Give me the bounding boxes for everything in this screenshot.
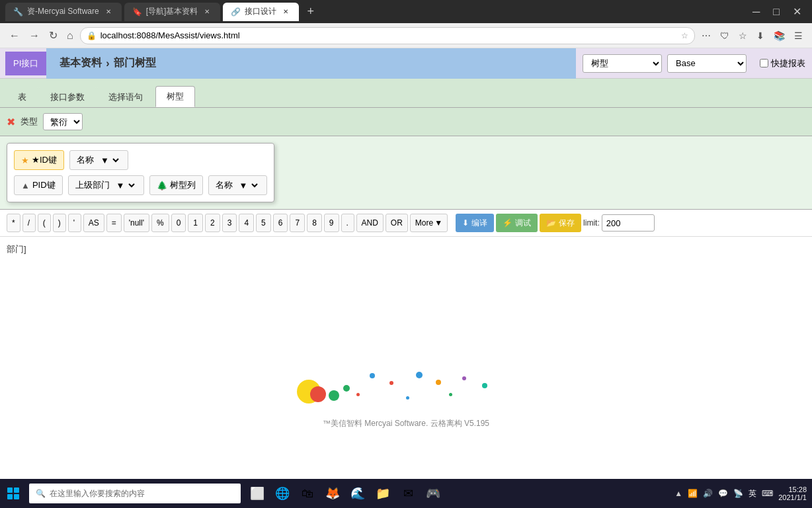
tab-select-clause[interactable]: 选择语句 [97,87,154,107]
edge-app[interactable]: 🌊 [346,482,369,505]
tree-col-button[interactable]: 🌲 树型列 [149,175,203,195]
expr-open-paren[interactable]: ( [38,214,51,232]
wifi-icon: 📡 [733,489,743,498]
tab-api-params[interactable]: 接口参数 [39,87,96,107]
expr-8[interactable]: 8 [307,214,322,232]
small-blue-dot [406,396,409,400]
footer-area: ™美信智料 Mercyai Software. 云格离构 V5.195 [0,316,812,479]
browser-address-bar: ← → ↻ ⌂ 🔒 ☆ ⋯ 🛡 ☆ ⬇ 📚 ☰ [0,23,812,48]
expr-7[interactable]: 7 [290,214,305,232]
download-button[interactable]: ⬇ [754,28,767,44]
mail-app[interactable]: ✉ [397,482,419,505]
compile-button[interactable]: ⬇ 编译 [456,214,494,232]
tree-name-button[interactable]: 名称 ▼ [208,175,267,195]
pocket-button[interactable]: 🛡 [717,28,732,44]
reload-button[interactable]: ↻ [46,26,60,44]
explorer-app[interactable]: 📁 [372,482,394,505]
expr-percent[interactable]: % [151,214,169,232]
expr-dot[interactable]: . [341,214,354,232]
expr-equals[interactable]: = [106,214,122,232]
expr-5[interactable]: 5 [256,214,271,232]
menu-button[interactable]: ☰ [792,28,805,44]
name-button[interactable]: 名称 ▼ [69,150,128,170]
store-app[interactable]: 🛍 [296,482,319,505]
expr-6[interactable]: 6 [273,214,288,232]
tab-2-close[interactable]: ✕ [202,7,212,17]
volume-icon[interactable]: 🔊 [703,489,713,498]
taskbar-search[interactable]: 🔍 在这里输入你要搜索的内容 [29,484,241,503]
taskbar-right: ▲ 📶 🔊 💬 📡 英 ⌨ 15:28 2021/1/1 [674,486,812,501]
compile-icon: ⬇ [462,218,469,228]
tab-table[interactable]: 表 [7,87,38,107]
expr-quote[interactable]: ' [68,214,81,232]
pid-key-button[interactable]: ▲ PID键 [14,175,63,195]
firefox-app[interactable]: 🦊 [321,482,344,505]
taskbar-clock[interactable]: 15:28 2021/1/1 [778,486,807,501]
home-button[interactable]: ⌂ [64,27,76,44]
parent-dept-dropdown[interactable]: ▼ [112,176,137,194]
keyboard-icon[interactable]: ⌨ [762,489,773,498]
expr-close-paren[interactable]: ) [53,214,66,232]
minimize-icon[interactable]: ─ [747,6,765,18]
expr-and[interactable]: AND [356,214,384,232]
expr-multiply[interactable]: * [7,214,20,232]
more-button[interactable]: More ▼ [410,214,448,232]
name-dropdown-1[interactable]: ▼ [97,151,121,169]
new-tab-button[interactable]: + [302,5,319,19]
base-select[interactable]: Base Dev Test [667,54,747,73]
lang-icon[interactable]: 英 [749,488,756,499]
library-button[interactable]: 📚 [771,28,788,44]
id-key-button[interactable]: ★ ★ID键 [14,150,64,170]
task-view-button[interactable]: ⬜ [246,482,268,505]
windows-button[interactable] [0,479,26,508]
debug-icon: ⚡ [503,218,512,228]
up-arrow-taskbar[interactable]: ▲ [674,489,682,498]
save-button[interactable]: 📂 保存 [540,214,581,232]
expr-9[interactable]: 9 [324,214,339,232]
up-arrow-icon: ▲ [21,181,30,190]
id-key-label: ★ID键 [32,154,57,166]
forward-button[interactable]: → [26,27,42,44]
back-button[interactable]: ← [7,27,22,44]
bookmark-icon[interactable]: ☆ [681,31,688,40]
type-value-select[interactable]: 繁衍 复制 引用 [43,113,83,130]
tab-tree[interactable]: 树型 [155,86,195,107]
expr-4[interactable]: 4 [239,214,254,232]
expr-1[interactable]: 1 [188,214,203,232]
extensions-button[interactable]: ⋯ [699,28,713,44]
expr-as[interactable]: AS [83,214,104,232]
expr-null[interactable]: 'null' [124,214,149,232]
tab-1[interactable]: 🔧 资-Mercyai Software ✕ [5,3,122,21]
expr-2[interactable]: 2 [205,214,220,232]
game-app[interactable]: 🎮 [422,482,444,505]
star-button[interactable]: ☆ [736,28,750,44]
red-dot [310,386,326,402]
pid-key-label: PID键 [32,179,56,191]
type-select[interactable]: 树型 列表 表单 [583,54,662,73]
wechat-icon[interactable]: 💬 [718,489,728,498]
tab-1-close[interactable]: ✕ [103,7,114,17]
tab-3-close[interactable]: ✕ [280,7,291,17]
chrome-app[interactable]: 🌐 [271,482,294,505]
expr-or[interactable]: OR [386,214,408,232]
expr-0[interactable]: 0 [171,214,186,232]
teal-dot [482,383,487,388]
debug-button[interactable]: ⚡ 调试 [496,214,538,232]
red-dot-2 [389,381,393,385]
limit-input[interactable] [602,214,655,232]
tab-2[interactable]: 🔖 [导航]基本资料 ✕ [124,3,221,21]
breadcrumb-separator: › [106,58,109,69]
star-icon: ★ [21,155,29,165]
close-window-icon[interactable]: ✕ [788,5,807,18]
url-input[interactable] [80,27,695,44]
quick-report-checkbox[interactable] [760,59,768,67]
expr-3[interactable]: 3 [222,214,237,232]
green-dot [329,390,339,401]
api-button[interactable]: PI接口 [5,52,46,75]
maximize-icon[interactable]: □ [768,6,785,18]
tab-3[interactable]: 🔗 接口设计 ✕ [223,3,299,21]
options-icon[interactable]: ✖ [7,116,15,128]
tree-name-dropdown[interactable]: ▼ [235,176,260,194]
expr-divide[interactable]: / [22,214,36,232]
parent-dept-button[interactable]: 上级部门 ▼ [68,175,144,195]
